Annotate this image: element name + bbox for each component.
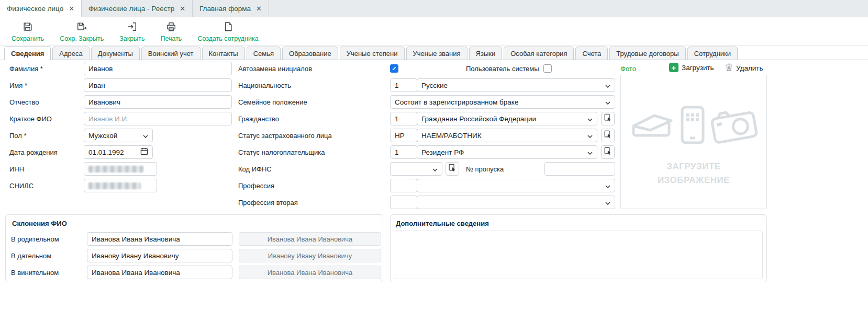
window-tab-main-form[interactable]: Главная форма ✕ xyxy=(193,0,269,17)
citizenship-value: Гражданин Российской Федерации xyxy=(421,115,536,123)
tab-obrazovanie[interactable]: Образование xyxy=(282,47,338,60)
tab-adresa[interactable]: Адреса xyxy=(52,47,89,60)
declensions-title: Склонения ФИО xyxy=(12,220,67,227)
chevron-down-icon xyxy=(587,115,593,123)
window-tab-label: Физические лица - Реестр xyxy=(88,5,174,13)
form-tab-strip: Сведения Адреса Документы Воинский учет … xyxy=(0,46,868,60)
person-form-page: { "colors": { "accent_green": "#00a65a",… xyxy=(0,0,868,333)
first-name-label: Имя * xyxy=(9,82,27,89)
insured-status-label: Статус застрахованного лица xyxy=(238,132,332,140)
tab-voinskiy-uchet[interactable]: Воинский учет xyxy=(141,47,201,60)
tab-semya[interactable]: Семья xyxy=(247,47,281,60)
trash-icon xyxy=(725,63,733,73)
save-button[interactable]: Сохранить xyxy=(12,21,44,42)
marital-status-select[interactable]: Состоит в зарегистрированном браке xyxy=(390,95,615,109)
photo-delete-button[interactable]: Удалить xyxy=(725,63,763,73)
document-icon xyxy=(223,21,233,34)
tab-osobaya-kategoriya[interactable]: Особая категория xyxy=(504,47,574,60)
short-name-input[interactable] xyxy=(84,112,232,125)
ifns-code-select[interactable] xyxy=(390,162,442,176)
last-name-label: Фамилия * xyxy=(9,65,43,73)
window-tab-bar: Физическое лицо ✕ Физические лица - Реес… xyxy=(0,0,868,17)
tab-trudovye-dogovory[interactable]: Трудовые договоры xyxy=(609,47,685,60)
middle-name-input[interactable] xyxy=(84,95,232,109)
genitive-suggestion-button[interactable]: Иванова Ивана Ивановича xyxy=(239,232,381,246)
tab-kontakty[interactable]: Контакты xyxy=(202,47,245,60)
close-icon[interactable]: ✕ xyxy=(180,5,185,13)
system-user-label: Пользователь системы xyxy=(466,65,539,73)
birth-date-label: Дата рождения xyxy=(9,148,58,156)
nationality-select[interactable]: Русские xyxy=(417,78,615,92)
gender-select[interactable]: Мужской xyxy=(84,129,153,142)
chevron-down-icon xyxy=(605,199,610,206)
snils-label: СНИЛС xyxy=(9,182,34,190)
profession-code-input[interactable] xyxy=(390,179,417,192)
accusative-suggestion-button[interactable]: Иванова Ивана Ивановича xyxy=(239,266,381,279)
dative-input[interactable] xyxy=(87,249,232,262)
close-icon[interactable]: ✕ xyxy=(256,5,262,13)
calendar-icon[interactable] xyxy=(140,147,148,157)
citizenship-code-input[interactable] xyxy=(390,112,417,125)
last-name-input[interactable] xyxy=(84,62,232,75)
ifns-code-label: Код ИФНС xyxy=(238,165,272,173)
window-tab-person[interactable]: Физическое лицо ✕ xyxy=(0,0,82,17)
taxpayer-status-select[interactable]: Резидент РФ xyxy=(417,145,597,159)
taxpayer-status-label: Статус налогоплательщика xyxy=(238,148,325,156)
window-tab-label: Физическое лицо xyxy=(7,5,63,13)
dative-suggestion-button[interactable]: Иванову Ивану Ивановичу xyxy=(239,249,381,262)
toolbar: Сохранить Сохр. Закрыть Закрыть Печать С… xyxy=(0,18,868,46)
close-button[interactable]: Закрыть xyxy=(119,21,144,42)
profession-label: Профессия xyxy=(238,182,274,190)
genitive-label: В родительном xyxy=(11,235,59,243)
tab-dokumenty[interactable]: Документы xyxy=(91,47,140,60)
tab-scheta[interactable]: Счета xyxy=(575,47,608,60)
photo-placeholder-line2: ИЗОБРАЖЕНИЕ xyxy=(621,174,766,187)
citizenship-label: Гражданство xyxy=(238,115,279,123)
tab-yazyki[interactable]: Языки xyxy=(469,47,503,60)
declensions-panel: Склонения ФИО В родительном Иванова Иван… xyxy=(5,214,383,282)
chevron-down-icon xyxy=(143,132,148,140)
ifns-picker-button[interactable] xyxy=(446,162,459,176)
taxpayer-status-code-input[interactable] xyxy=(390,145,417,159)
profession2-code-input[interactable] xyxy=(390,196,417,209)
middle-name-label: Отчество xyxy=(9,98,39,106)
create-employee-button[interactable]: Создать сотрудника xyxy=(197,21,258,42)
snils-input[interactable] xyxy=(84,179,157,192)
insured-status-code-input[interactable] xyxy=(390,129,417,142)
insured-status-select[interactable]: НАЕМ/РАБОТНИК xyxy=(417,129,597,142)
photo-label: Фото xyxy=(620,65,636,73)
taxpayer-status-picker-button[interactable] xyxy=(601,145,615,159)
nationality-code-input[interactable] xyxy=(390,78,417,92)
tab-uchenye-zvaniya[interactable]: Ученые звания xyxy=(406,47,468,60)
print-button[interactable]: Печать xyxy=(160,21,182,42)
profession-select[interactable] xyxy=(417,179,615,192)
citizenship-select[interactable]: Гражданин Российской Федерации xyxy=(417,112,597,125)
save-close-button[interactable]: Сохр. Закрыть xyxy=(60,21,104,42)
save-close-label: Сохр. Закрыть xyxy=(60,35,104,42)
insured-status-picker-button[interactable] xyxy=(601,129,615,142)
system-user-checkbox[interactable] xyxy=(543,64,552,73)
profession2-select[interactable] xyxy=(417,196,615,209)
window-tab-registry[interactable]: Физические лица - Реестр ✕ xyxy=(82,0,193,17)
photo-placeholder-line1: ЗАГРУЗИТЕ xyxy=(621,160,766,174)
additional-info-panel: Дополнительные сведения xyxy=(390,214,767,282)
additional-info-textarea[interactable] xyxy=(395,231,763,279)
tab-uchenye-stepeni[interactable]: Ученые степени xyxy=(340,47,405,60)
close-icon[interactable]: ✕ xyxy=(69,5,74,13)
genitive-input[interactable] xyxy=(87,232,232,246)
citizenship-picker-button[interactable] xyxy=(601,112,615,125)
marital-status-label: Семейное положение xyxy=(238,98,307,106)
photo-upload-button[interactable]: + Загрузить xyxy=(669,63,714,72)
auto-initials-checkbox[interactable]: ✓ xyxy=(390,64,398,73)
tab-sotrudniki[interactable]: Сотрудники xyxy=(687,47,738,60)
window-tab-label: Главная форма xyxy=(199,5,251,13)
accusative-input[interactable] xyxy=(87,266,232,279)
birth-date-input[interactable]: 01.01.1992 xyxy=(84,145,153,159)
first-name-input[interactable] xyxy=(84,78,232,92)
save-icon xyxy=(23,21,33,34)
tab-svedeniya[interactable]: Сведения xyxy=(4,46,51,60)
photo-placeholder[interactable]: ЗАГРУЗИТЕ ИЗОБРАЖЕНИЕ xyxy=(620,75,767,209)
pass-number-input[interactable] xyxy=(544,162,615,176)
chevron-down-icon xyxy=(605,82,610,89)
inn-input[interactable] xyxy=(84,162,157,176)
